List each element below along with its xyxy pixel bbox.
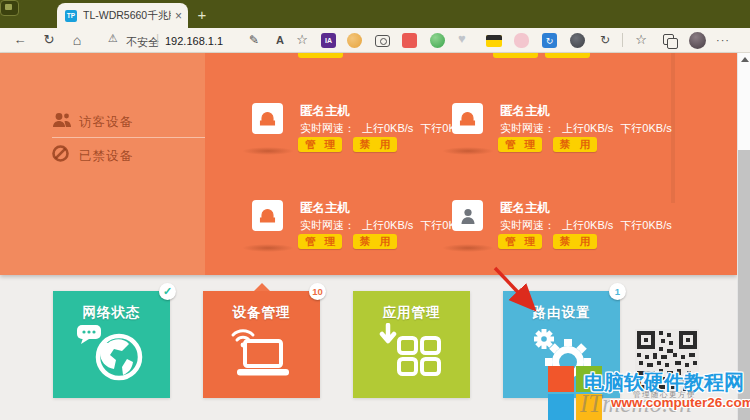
- extension-yellow-icon[interactable]: [486, 35, 502, 47]
- profile-avatar[interactable]: [689, 32, 706, 49]
- upload-speed: 上行0KB/s: [562, 122, 613, 134]
- new-tab-button[interactable]: +: [194, 7, 210, 23]
- ethernet-icon: [252, 103, 283, 134]
- back-icon[interactable]: ←: [11, 31, 29, 49]
- icon-shadow: [242, 244, 294, 252]
- device-card: 匿名主机 实时网速：上行0KB/s下行0KB/s 管 理 禁 用: [452, 200, 692, 262]
- count-badge: 1: [609, 283, 626, 300]
- device-name: 匿名主机: [300, 200, 350, 217]
- device-speed: 实时网速：上行0KB/s下行0KB/s: [500, 218, 679, 233]
- ethernet-icon: [452, 103, 483, 134]
- manage-button[interactable]: 管 理: [298, 234, 342, 249]
- speed-label: 实时网速：: [500, 219, 555, 231]
- ethernet-icon: [252, 200, 283, 231]
- manage-button[interactable]: 管 理: [298, 137, 342, 152]
- nav-tile-network-status[interactable]: ✓ 网络状态: [53, 291, 170, 398]
- home-icon[interactable]: ⌂: [68, 31, 86, 49]
- count-badge: 10: [309, 283, 326, 300]
- tab-groups-icon[interactable]: [663, 34, 674, 45]
- disable-button[interactable]: 禁 用: [553, 234, 597, 249]
- browser-tab-bar: TP TL-WDR5660千兆版 × +: [0, 0, 750, 28]
- speed-label: 实时网速：: [500, 122, 555, 134]
- laptop-wifi-icon: [227, 319, 297, 381]
- screenshot-camera-icon[interactable]: [375, 35, 390, 47]
- url-divider: |: [156, 32, 159, 46]
- screenshot-root: TP TL-WDR5660千兆版 × + ← ↻ ⌂ ⚠ 不安全 | 192.1…: [0, 0, 750, 420]
- upload-speed: 上行0KB/s: [562, 219, 613, 231]
- browser-tab[interactable]: TP TL-WDR5660千兆版 ×: [57, 3, 188, 28]
- sidebar: 访客设备 已禁设备: [0, 53, 205, 275]
- address-url[interactable]: 192.168.1.1: [165, 35, 223, 47]
- sidebar-item-banned-devices[interactable]: 已禁设备: [79, 148, 133, 165]
- red-arrow-annotation: [480, 255, 560, 325]
- device-speed: 实时网速：上行0KB/s下行0KB/s: [500, 121, 679, 136]
- speed-label: 实时网速：: [300, 219, 355, 231]
- sidebar-item-guest-devices[interactable]: 访客设备: [79, 114, 133, 131]
- watermark-url: www.computer26.com: [611, 395, 750, 410]
- extension-green-globe-icon[interactable]: [430, 33, 445, 48]
- device-list-panel: 匿名主机 实时网速：上行0KB/s下行0KB/s 管 理 禁 用 匿名主机 实时…: [205, 53, 737, 275]
- sidebar-divider: [52, 137, 205, 138]
- device-name: 匿名主机: [300, 103, 350, 120]
- icon-shadow: [442, 244, 494, 252]
- upload-speed: 上行0KB/s: [362, 122, 413, 134]
- speed-label: 实时网速：: [300, 122, 355, 134]
- tile-label: 网络状态: [53, 304, 170, 322]
- user-icon: [452, 200, 483, 231]
- tab-close-icon[interactable]: ×: [175, 10, 182, 22]
- tab-actions-icon[interactable]: [0, 0, 19, 16]
- tplink-favicon-icon: TP: [65, 10, 77, 22]
- disable-button[interactable]: 禁 用: [553, 137, 597, 152]
- nav-tile-device-management[interactable]: 10 设备管理: [203, 291, 320, 398]
- upload-speed: 上行0KB/s: [362, 219, 413, 231]
- cutoff-button-sliver: [298, 53, 343, 58]
- extension-ia-icon[interactable]: IA: [321, 33, 336, 48]
- extension-refresh-icon[interactable]: ↻: [596, 31, 614, 49]
- icon-shadow: [442, 147, 494, 155]
- disable-button[interactable]: 禁 用: [353, 234, 397, 249]
- more-menu-icon[interactable]: ···: [714, 31, 732, 49]
- globe-chat-icon: [75, 323, 151, 385]
- banned-devices-icon: [52, 145, 69, 162]
- cutoff-button-sliver: [545, 53, 590, 58]
- scrollbar[interactable]: [737, 53, 750, 420]
- download-speed: 下行0KB/s: [620, 122, 671, 134]
- extension-dark-globe-icon[interactable]: [570, 33, 585, 48]
- active-tile-notch: [254, 283, 270, 291]
- read-aloud-icon[interactable]: A: [271, 31, 289, 49]
- manage-button[interactable]: 管 理: [498, 137, 542, 152]
- device-card: 匿名主机 实时网速：上行0KB/s下行0KB/s 管 理 禁 用: [452, 103, 692, 165]
- toolbar-separator: [622, 33, 623, 47]
- device-name: 匿名主机: [500, 103, 550, 120]
- manage-button[interactable]: 管 理: [498, 234, 542, 249]
- add-favorite-star-icon[interactable]: ☆: [293, 31, 311, 49]
- download-speed: 下行0KB/s: [620, 219, 671, 231]
- icon-shadow: [242, 147, 294, 155]
- pen-annotate-icon[interactable]: ✎: [245, 31, 263, 49]
- extension-orange-circle-icon[interactable]: [347, 33, 362, 48]
- check-badge: ✓: [159, 283, 176, 300]
- tab-title: TL-WDR5660千兆版: [83, 9, 171, 23]
- router-page-content: 访客设备 已禁设备 匿名主机 实时网速：上行0KB/s下行0KB/s: [0, 53, 737, 275]
- disable-button[interactable]: 禁 用: [353, 137, 397, 152]
- favorites-collections-icon[interactable]: ☆: [632, 31, 650, 49]
- not-secure-warning-icon[interactable]: ⚠: [108, 32, 118, 45]
- tile-label: 应用管理: [353, 304, 470, 322]
- device-name: 匿名主机: [500, 200, 550, 217]
- extension-cat-icon[interactable]: [514, 33, 529, 48]
- scrollbar-up-icon[interactable]: [741, 57, 749, 62]
- security-label[interactable]: 不安全: [126, 35, 159, 50]
- cutoff-button-sliver: [493, 53, 538, 58]
- heart-icon[interactable]: ♥: [458, 31, 466, 46]
- app-grid-download-icon: [378, 323, 446, 383]
- refresh-icon[interactable]: ↻: [40, 31, 58, 49]
- nav-tile-app-management[interactable]: 应用管理: [353, 291, 470, 398]
- guest-devices-icon: [52, 112, 72, 128]
- extension-history-icon[interactable]: ↻: [542, 33, 557, 48]
- extension-red-icon[interactable]: [402, 33, 417, 48]
